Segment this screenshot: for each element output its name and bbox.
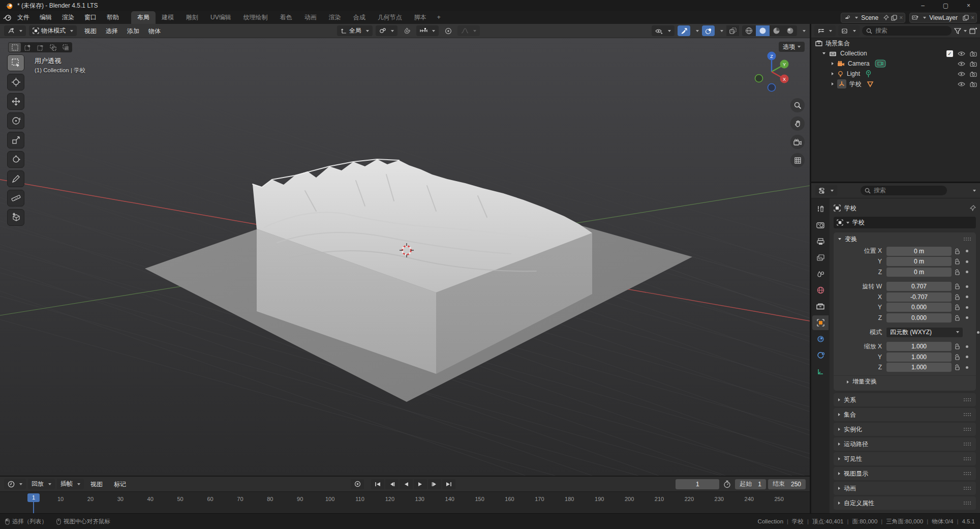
outliner-row-camera[interactable]: Camera [811, 58, 980, 69]
gizmo-z-neg-axis[interactable] [768, 84, 776, 92]
properties-panel-collapsed[interactable]: 集合 [834, 408, 976, 421]
camera-view-button[interactable] [790, 135, 805, 149]
transform-value-field[interactable]: 0.000 [886, 303, 952, 312]
snap-toggle[interactable] [401, 25, 413, 36]
shading-rendered-button[interactable] [783, 25, 797, 36]
tab-collection[interactable] [812, 299, 829, 314]
hide-eye-icon[interactable] [958, 71, 965, 77]
object-name-field[interactable]: 学校 [834, 217, 976, 228]
disable-render-icon[interactable] [970, 71, 977, 77]
snap-with-dropdown[interactable] [416, 25, 439, 36]
visibility-dropdown[interactable] [652, 25, 675, 36]
workspace-tab[interactable]: 动画 [298, 11, 323, 24]
header-menu-item[interactable]: 添加 [122, 25, 144, 37]
tab-view-layer[interactable] [812, 250, 829, 265]
header-menu-item[interactable]: 选择 [101, 25, 122, 37]
new-viewlayer-icon[interactable] [963, 15, 969, 21]
jump-to-start-button[interactable] [371, 479, 384, 489]
panel-grip[interactable] [963, 427, 971, 431]
rotation-mode-dropdown[interactable]: 四元数 (WXYZ) [886, 328, 963, 337]
select-mode-invert-button[interactable] [47, 43, 59, 52]
outliner-row-scene-collection[interactable]: 场景集合 [811, 38, 980, 48]
select-mode-set-button[interactable] [9, 43, 21, 52]
animate-dot[interactable] [966, 316, 968, 319]
tab-output[interactable] [812, 234, 829, 249]
lock-icon[interactable] [952, 343, 963, 349]
breadcrumb-object-name[interactable]: 学校 [844, 204, 856, 213]
workspace-tab[interactable]: UV编辑 [204, 11, 237, 24]
properties-options-dropdown[interactable] [973, 190, 976, 192]
properties-panel-collapsed[interactable]: 实例化 [834, 423, 976, 436]
shading-dropdown-icon[interactable] [803, 30, 806, 32]
exclude-checkbox[interactable]: ✓ [946, 50, 953, 57]
lock-icon[interactable] [952, 304, 963, 310]
tool-add-cube[interactable] [7, 209, 24, 226]
panel-grip[interactable] [963, 457, 971, 461]
properties-search-input[interactable]: 搜索 [861, 186, 947, 195]
prev-keyframe-button[interactable] [385, 479, 399, 489]
hide-eye-icon[interactable] [958, 81, 965, 87]
pan-button[interactable] [790, 116, 805, 131]
lock-icon[interactable] [952, 283, 963, 289]
animate-dot[interactable] [966, 366, 968, 369]
tool-move[interactable] [7, 93, 24, 110]
tool-rotate[interactable] [7, 112, 24, 129]
current-frame-field[interactable]: 1 [676, 479, 719, 489]
tab-object-data[interactable] [812, 364, 829, 379]
viewlayer-name[interactable]: ViewLayer [928, 14, 961, 21]
transform-value-field[interactable]: 0.707 [886, 282, 952, 291]
transform-value-field[interactable]: 1.000 [886, 342, 952, 351]
transform-value-field[interactable]: -0.707 [886, 292, 952, 302]
playback-dropdown[interactable]: 回放 [28, 479, 55, 489]
gizmo-y-neg-axis[interactable] [755, 75, 763, 82]
frame-end-field[interactable]: 结束 250 [768, 479, 806, 489]
scene-selector[interactable]: Scene × [841, 13, 905, 23]
animate-dot[interactable] [966, 345, 968, 348]
disable-render-icon[interactable] [970, 81, 977, 87]
properties-panel-collapsed[interactable]: 动画 [834, 482, 976, 495]
blender-menu-logo-icon[interactable] [3, 14, 12, 21]
tab-object[interactable] [812, 315, 829, 330]
workspace-tab[interactable]: 脚本 [408, 11, 433, 24]
close-button[interactable]: × [957, 0, 980, 11]
editor-type-dropdown[interactable] [4, 25, 26, 36]
expand-arrow-icon[interactable] [832, 62, 834, 65]
workspace-tab[interactable]: 渲染 [323, 11, 347, 24]
outliner-search-input[interactable]: 搜索 [862, 26, 952, 36]
use-preview-range-toggle[interactable] [723, 480, 731, 488]
add-workspace-button[interactable]: + [433, 12, 445, 23]
lock-icon[interactable] [952, 315, 963, 321]
transform-value-field[interactable]: 0 m [886, 247, 952, 256]
workspace-tab[interactable]: 布局 [131, 11, 156, 24]
select-mode-extend-button[interactable] [21, 43, 34, 52]
shading-solid-button[interactable] [756, 25, 770, 36]
tool-annotate[interactable] [7, 170, 24, 187]
expand-arrow-icon[interactable] [832, 82, 834, 85]
panel-grip[interactable] [963, 501, 971, 505]
show-overlays-toggle[interactable] [702, 25, 715, 36]
expand-arrow-icon[interactable] [822, 52, 825, 54]
lock-icon[interactable] [952, 354, 963, 360]
tab-render[interactable] [812, 218, 829, 232]
panel-grip[interactable] [963, 486, 971, 490]
animate-dot[interactable] [966, 285, 968, 288]
animate-dot[interactable] [966, 250, 968, 252]
lock-icon[interactable] [952, 248, 963, 254]
properties-panel-collapsed[interactable]: 可见性 [834, 452, 976, 465]
jump-to-end-button[interactable] [442, 479, 455, 489]
workspace-tab[interactable]: 建模 [156, 11, 180, 24]
menu-item[interactable]: 文件 [12, 11, 35, 24]
playhead[interactable]: 1 [27, 493, 40, 502]
header-menu-item[interactable]: 视图 [80, 25, 101, 37]
animate-dot[interactable] [966, 296, 968, 298]
panel-grip[interactable] [963, 413, 971, 417]
disable-render-icon[interactable] [970, 61, 977, 67]
header-menu-item[interactable]: 物体 [144, 25, 165, 37]
transform-value-field[interactable]: 1.000 [886, 363, 952, 372]
tool-select-box[interactable] [7, 54, 24, 71]
tab-tool[interactable] [812, 201, 829, 216]
outliner-filter-obj-dropdown[interactable] [838, 25, 860, 36]
show-gizmo-toggle[interactable] [678, 25, 690, 36]
workspace-tab[interactable]: 合成 [347, 11, 372, 24]
scene-name[interactable]: Scene [860, 14, 881, 21]
